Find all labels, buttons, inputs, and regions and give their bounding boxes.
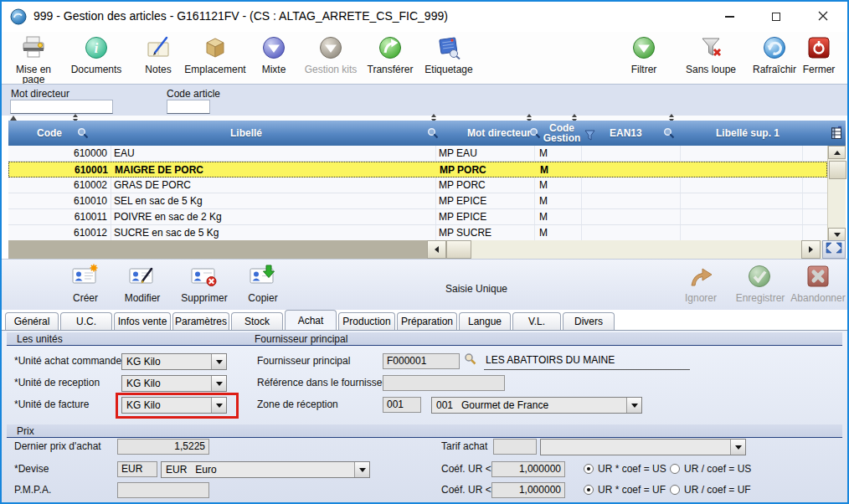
application-window: 999 - Gestion des articles - G161121FV -… (0, 0, 849, 504)
ignore-button: Ignorer (673, 264, 728, 304)
column-header-mot-directeur[interactable]: Mot directeur (467, 127, 531, 139)
delete-button[interactable]: Supprimer (174, 264, 234, 304)
tarif-code-field[interactable] (493, 439, 537, 455)
tab-preparation[interactable]: Préparation (397, 312, 457, 330)
radio-ur-div-coef-us[interactable] (670, 464, 680, 474)
tarif-achat-select[interactable] (540, 439, 746, 455)
column-header-libelle[interactable]: Libellé (230, 127, 262, 139)
table-row[interactable]: 610002 GRAS DE PORC MP PORC M (8, 177, 827, 193)
coef-ur-uf-field[interactable]: 1,000000 (491, 482, 565, 498)
tarif-achat-label: Tarif achat (441, 440, 487, 452)
cell-code-gestion: M (539, 225, 548, 240)
toolbar-button-gestion-kits: Gestion kits (300, 35, 362, 75)
resize-grip[interactable] (822, 240, 846, 259)
pmpa-label: P.M.P.A. (14, 484, 51, 496)
toolbar-button-filtrer[interactable]: Filtrer (618, 35, 670, 75)
scroll-down-button[interactable] (828, 228, 846, 241)
modify-card-icon (128, 264, 157, 292)
scroll-up-button[interactable] (828, 146, 846, 159)
tab-vl[interactable]: V.L. (512, 312, 561, 330)
radio-label-ur-div-coef-uf[interactable]: UR / coef = UF (684, 484, 751, 496)
unite-achat-commande-select[interactable]: KG Kilo (121, 353, 227, 370)
column-header-ean13[interactable]: EAN13 (610, 127, 642, 139)
modify-button[interactable]: Modifier (114, 264, 171, 304)
notes-icon (146, 35, 171, 64)
tab-infos-vente[interactable]: Infos vente (114, 312, 171, 330)
toolbar-button-fermer[interactable]: Fermer (795, 35, 842, 75)
vertical-scroll-thumb[interactable] (829, 161, 846, 179)
cell-libelle: GRAS DE PORC (114, 177, 191, 193)
tab-uc[interactable]: U.C. (60, 312, 112, 330)
table-row-selected[interactable]: 610001 MAIGRE DE PORC MP PORC M (8, 162, 827, 177)
actions-band: Créer Modifier Supprimer Copier Saisie U… (2, 259, 847, 310)
sphere-down-blue-icon (261, 35, 286, 64)
mot-directeur-label: Mot directeur (11, 88, 69, 100)
funnel-icon[interactable] (584, 129, 595, 144)
table-row[interactable]: 610000 EAU MP EAU M (8, 146, 827, 162)
toolbar-button-sans-loupe[interactable]: Sans loupe (680, 35, 742, 75)
zone-reception-select[interactable]: 001 Gourmet de France (431, 397, 642, 414)
radio-label-ur-mult-coef-us[interactable]: UR * coef = US (598, 463, 666, 475)
coef-ur-us-field[interactable]: 1,000000 (491, 461, 565, 477)
radio-label-ur-mult-coef-uf[interactable]: UR * coef = UF (598, 484, 666, 496)
tab-divers[interactable]: Divers (563, 312, 615, 330)
tab-parametres[interactable]: Paramètres (172, 312, 229, 330)
unite-reception-select[interactable]: KG Kilo (121, 375, 227, 392)
copy-button[interactable]: Copier (238, 264, 288, 304)
group-title-fournisseur: Fournisseur principal (255, 333, 347, 345)
search-icon[interactable] (529, 127, 541, 142)
pmpa-field[interactable] (117, 482, 209, 498)
code-article-input[interactable] (167, 100, 210, 114)
toolbar-button-etiquetage[interactable]: Etiquetage (420, 35, 477, 75)
transfer-icon (378, 35, 403, 64)
radio-ur-div-coef-uf[interactable] (670, 485, 680, 495)
dernier-prix-field[interactable]: 1,5225 (117, 439, 209, 455)
tab-production[interactable]: Production (338, 312, 395, 330)
horizontal-scrollbar[interactable] (8, 240, 846, 259)
devise-code-field[interactable]: EUR (117, 461, 157, 477)
toolbar-button-transferer[interactable]: Transférer (362, 35, 419, 75)
toolbar-button-notes[interactable]: Notes (132, 35, 184, 75)
column-header-code[interactable]: Code (37, 127, 62, 139)
vertical-scrollbar[interactable] (827, 146, 846, 241)
horizontal-scroll-thumb[interactable] (446, 240, 471, 259)
cell-mot-directeur: MP PORC (439, 177, 486, 193)
zone-code-field[interactable]: 001 (383, 397, 421, 413)
reference-fournisseur-field[interactable] (383, 375, 505, 391)
table-row[interactable]: 610010 SEL en sac de 5 Kg MP EPICE M (8, 193, 827, 209)
chevron-down-icon (211, 354, 226, 369)
table-row[interactable]: 610011 POIVRE en sac de 2 Kg MP EPICE M (8, 209, 827, 225)
maximize-button[interactable] (757, 2, 795, 32)
toolbar-button-emplacement[interactable]: Emplacement (186, 35, 244, 75)
toolbar-button-mise-en-page[interactable]: Mise en page (7, 35, 60, 85)
toolbar-button-mixte[interactable]: Mixte (248, 35, 300, 75)
toolbar-button-documents[interactable]: i Documents (69, 35, 124, 75)
scroll-left-button[interactable] (427, 240, 446, 259)
table-options-icon[interactable] (831, 126, 842, 143)
table-row[interactable]: 610012 SUCRE en sac de 5 Kg MP SUCRE M (8, 225, 827, 241)
column-header-libelle-sup1[interactable]: Libellé sup. 1 (716, 127, 780, 139)
scroll-right-button[interactable] (801, 240, 821, 259)
copy-card-icon (249, 264, 277, 292)
tab-general[interactable]: Général (5, 312, 59, 330)
search-icon[interactable] (427, 127, 439, 142)
search-icon[interactable] (663, 127, 675, 142)
tab-achat[interactable]: Achat (285, 310, 337, 330)
column-header-code-gestion[interactable]: Code Gestion (541, 123, 583, 143)
expand-arrows-icon (825, 241, 843, 258)
close-button[interactable] (804, 2, 842, 32)
lookup-magnifier-icon[interactable] (464, 352, 476, 368)
close-icon (818, 9, 828, 24)
tab-langue[interactable]: Langue (459, 312, 511, 330)
search-icon[interactable] (77, 127, 89, 142)
radio-label-ur-div-coef-us[interactable]: UR / coef = US (684, 463, 751, 475)
mot-directeur-input[interactable] (10, 100, 113, 114)
toolbar: Mise en page i Documents Notes Emplaceme… (2, 32, 847, 84)
radio-ur-mult-coef-us[interactable] (584, 464, 594, 474)
minimize-button[interactable] (710, 2, 749, 32)
devise-select[interactable]: EUR Euro (161, 461, 370, 478)
radio-ur-mult-coef-uf[interactable] (584, 485, 594, 495)
tab-stock[interactable]: Stock (231, 312, 283, 330)
fournisseur-code-field[interactable]: F000001 (383, 353, 460, 369)
create-button[interactable]: Créer (60, 264, 111, 304)
